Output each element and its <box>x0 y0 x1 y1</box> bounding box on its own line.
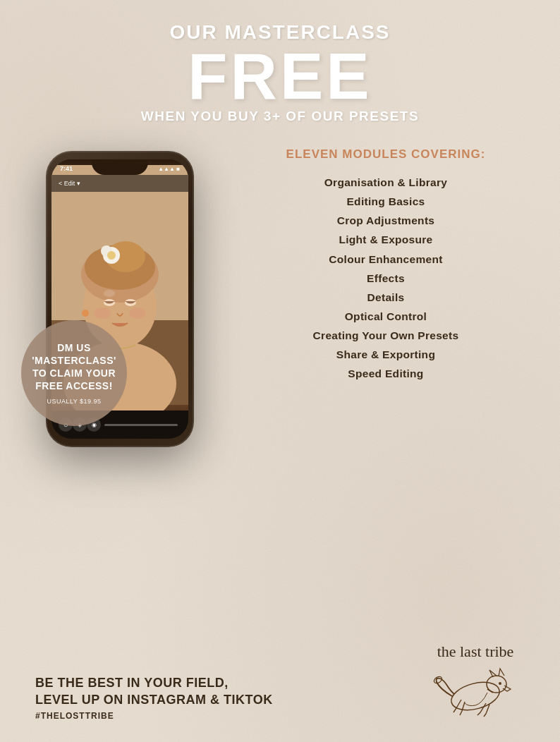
svg-point-22 <box>433 676 443 685</box>
phone-status-bar: 7:41 ▲▲▲ ■ <box>60 162 180 175</box>
dm-main-text: DM US'MASTERCLASS'TO CLAIM YOURFREE ACCE… <box>32 341 116 393</box>
svg-point-11 <box>107 251 116 260</box>
footer-left: BE THE BEST IN YOUR FIELD, LEVEL UP ON I… <box>35 675 419 721</box>
list-item: Editing Basics <box>313 192 459 211</box>
list-item: Details <box>313 288 459 307</box>
list-item: Optical Control <box>313 307 459 326</box>
main-content: 7:41 ▲▲▲ ■ < Edit ▾ <box>14 144 546 635</box>
list-item: Light & Exposure <box>313 230 459 249</box>
page: OUR MASTERCLASS FREE WHEN YOU BUY 3+ OF … <box>0 0 560 742</box>
phone-toolbar-label: < Edit ▾ <box>59 180 80 187</box>
right-column: ELEVEN MODULES COVERING: Organisation & … <box>226 144 546 383</box>
list-item: Crop Adjustments <box>313 211 459 230</box>
footer-hashtag: #THELOSTTRIBE <box>35 711 419 721</box>
svg-point-15 <box>129 308 146 319</box>
phone-slider <box>104 424 178 426</box>
modules-heading: ELEVEN MODULES COVERING: <box>286 147 486 162</box>
list-item: Creating Your Own Presets <box>313 326 459 345</box>
dm-circle: DM US'MASTERCLASS'TO CLAIM YOURFREE ACCE… <box>21 320 127 426</box>
when-buy-label: WHEN YOU BUY 3+ OF OUR PRESETS <box>141 109 419 124</box>
modules-list: Organisation & Library Editing Basics Cr… <box>313 173 459 383</box>
svg-point-14 <box>94 308 111 319</box>
svg-point-16 <box>82 310 89 317</box>
phone-toolbar: < Edit ▾ <box>51 175 188 192</box>
list-item: Colour Enhancement <box>313 250 459 269</box>
logo-brand-text: the last tribe <box>437 643 514 661</box>
header: OUR MASTERCLASS FREE WHEN YOU BUY 3+ OF … <box>141 21 419 124</box>
svg-point-19 <box>449 678 503 715</box>
list-item: Effects <box>313 269 459 288</box>
svg-point-18 <box>104 290 115 297</box>
svg-point-21 <box>499 682 501 685</box>
footer-logo: the last tribe <box>419 643 532 721</box>
list-item: Share & Exporting <box>313 345 459 364</box>
footer-tagline-2: LEVEL UP ON INSTAGRAM & TIKTOK <box>35 692 419 708</box>
fox-logo-icon <box>430 664 521 721</box>
list-item: Organisation & Library <box>313 173 459 192</box>
footer: BE THE BEST IN YOUR FIELD, LEVEL UP ON I… <box>14 635 546 728</box>
free-label: FREE <box>141 44 419 109</box>
phone-status-icons: ▲▲▲ ■ <box>158 166 180 172</box>
left-column: 7:41 ▲▲▲ ■ < Edit ▾ <box>14 144 226 447</box>
list-item: Speed Editing <box>313 364 459 383</box>
footer-tagline-1: BE THE BEST IN YOUR FIELD, <box>35 675 419 691</box>
phone-time: 7:41 <box>60 165 73 172</box>
dm-sub-text: USUALLY $19.95 <box>47 398 101 405</box>
